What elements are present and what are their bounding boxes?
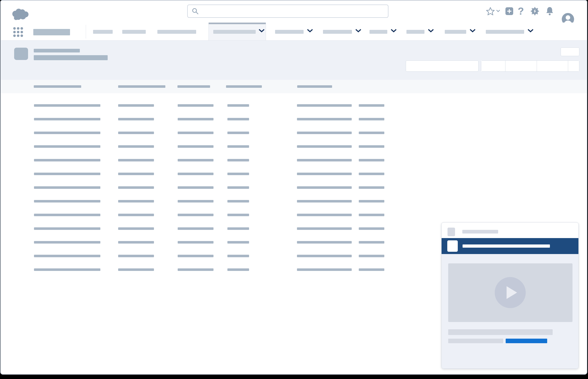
tab-chevron-down-icon[interactable] (527, 29, 534, 32)
tab-chevron-down-icon[interactable] (390, 29, 397, 32)
selected-tab-indicator (209, 23, 266, 24)
table-row[interactable] (1, 115, 587, 125)
table-row[interactable] (1, 210, 587, 221)
cell-placeholder-bar (359, 186, 384, 189)
cell-placeholder-bar (359, 145, 384, 148)
nav-tab-1[interactable] (93, 23, 113, 40)
column-header-placeholder-bar[interactable] (226, 85, 262, 88)
card-action-button[interactable] (506, 339, 547, 343)
play-triangle-icon (507, 286, 517, 299)
nav-tab-6[interactable] (323, 23, 364, 40)
cell-placeholder-bar (34, 268, 100, 271)
list-control-button-2[interactable] (506, 61, 537, 71)
nav-tab-4[interactable] (208, 23, 266, 40)
notifications-bell-icon[interactable] (546, 6, 554, 16)
nav-tab-3[interactable] (157, 23, 196, 40)
card-banner (442, 238, 578, 254)
cell-placeholder-bar (178, 159, 213, 161)
avatar-head (566, 15, 570, 20)
list-control-button-1[interactable] (481, 61, 506, 71)
cell-placeholder-bar (118, 200, 154, 203)
cell-placeholder-bar (227, 200, 249, 203)
cell-placeholder-bar (34, 145, 100, 148)
column-header-placeholder-bar[interactable] (297, 85, 332, 88)
list-control-button-3[interactable] (537, 61, 568, 71)
page-header (1, 41, 587, 80)
cell-placeholder-bar (297, 132, 352, 134)
search-input[interactable] (201, 5, 388, 17)
cell-placeholder-bar (118, 173, 154, 175)
cell-placeholder-bar (359, 132, 384, 134)
cell-placeholder-bar (34, 241, 100, 244)
cell-placeholder-bar (297, 159, 352, 161)
table-header-row (1, 80, 587, 93)
cell-placeholder-bar (178, 173, 213, 175)
cell-placeholder-bar (359, 255, 384, 257)
cell-placeholder-bar (34, 118, 100, 120)
cell-placeholder-bar (178, 186, 213, 189)
table-row[interactable] (1, 101, 587, 111)
tab-label-placeholder-bar (122, 30, 146, 34)
cell-placeholder-bar (359, 214, 384, 216)
app-window: ? (0, 0, 587, 375)
list-control-button-4[interactable] (568, 61, 579, 71)
table-row[interactable] (1, 142, 587, 152)
nav-tab-5[interactable] (275, 23, 316, 40)
table-row[interactable] (1, 128, 587, 138)
nav-tab-7[interactable] (369, 23, 400, 40)
tab-label-placeholder-bar (157, 30, 196, 34)
column-header-placeholder-bar[interactable] (177, 85, 210, 88)
banner-title-placeholder-bar (462, 244, 550, 248)
nav-tab-8[interactable] (406, 23, 437, 40)
cell-placeholder-bar (227, 227, 249, 230)
tab-label-placeholder-bar (486, 30, 524, 34)
cell-placeholder-bar (118, 255, 154, 257)
nav-tab-10[interactable] (486, 23, 537, 40)
card-text-placeholder-bar (448, 339, 503, 343)
cell-placeholder-bar (178, 118, 213, 120)
cell-placeholder-bar (227, 145, 249, 148)
column-header-placeholder-bar[interactable] (118, 85, 165, 88)
list-search-box[interactable] (406, 61, 478, 72)
video-thumbnail (448, 263, 572, 322)
global-search (187, 5, 388, 18)
cell-placeholder-bar (118, 118, 154, 120)
tab-chevron-down-icon[interactable] (428, 29, 434, 32)
column-header-placeholder-bar[interactable] (34, 85, 81, 88)
tab-label-placeholder-bar (323, 30, 352, 34)
favorites-star-icon[interactable] (486, 7, 495, 16)
table-row[interactable] (1, 197, 587, 207)
cell-placeholder-bar (227, 186, 249, 189)
cell-placeholder-bar (359, 200, 384, 203)
tab-label-placeholder-bar (275, 30, 303, 34)
nav-tab-9[interactable] (445, 23, 478, 40)
card-header-icon (447, 228, 455, 236)
cell-placeholder-bar (359, 268, 384, 271)
table-row[interactable] (1, 183, 587, 193)
add-plus-icon[interactable] (506, 7, 513, 15)
search-icon (192, 8, 199, 15)
header-action-button[interactable] (561, 47, 579, 56)
tab-chevron-down-icon[interactable] (258, 29, 265, 32)
cell-placeholder-bar (297, 214, 352, 216)
tab-chevron-down-icon[interactable] (355, 29, 362, 32)
tab-chevron-down-icon[interactable] (469, 29, 476, 32)
table-row[interactable] (1, 169, 587, 179)
setup-gear-icon[interactable] (530, 7, 540, 16)
cell-placeholder-bar (227, 214, 249, 216)
cell-placeholder-bar (34, 200, 100, 203)
tab-chevron-down-icon[interactable] (307, 29, 313, 32)
tab-label-placeholder-bar (445, 30, 466, 34)
favorites-chevron-icon[interactable] (496, 10, 500, 12)
cell-placeholder-bar (227, 173, 249, 175)
cell-placeholder-bar (118, 104, 154, 107)
cell-placeholder-bar (118, 132, 154, 134)
play-button[interactable] (495, 277, 526, 308)
table-row[interactable] (1, 156, 587, 166)
nav-tab-2[interactable] (122, 23, 146, 40)
app-launcher-waffle-icon[interactable] (13, 27, 23, 37)
cell-placeholder-bar (359, 227, 384, 230)
cell-placeholder-bar (118, 145, 154, 148)
cell-placeholder-bar (227, 268, 249, 271)
help-icon[interactable]: ? (518, 6, 524, 16)
